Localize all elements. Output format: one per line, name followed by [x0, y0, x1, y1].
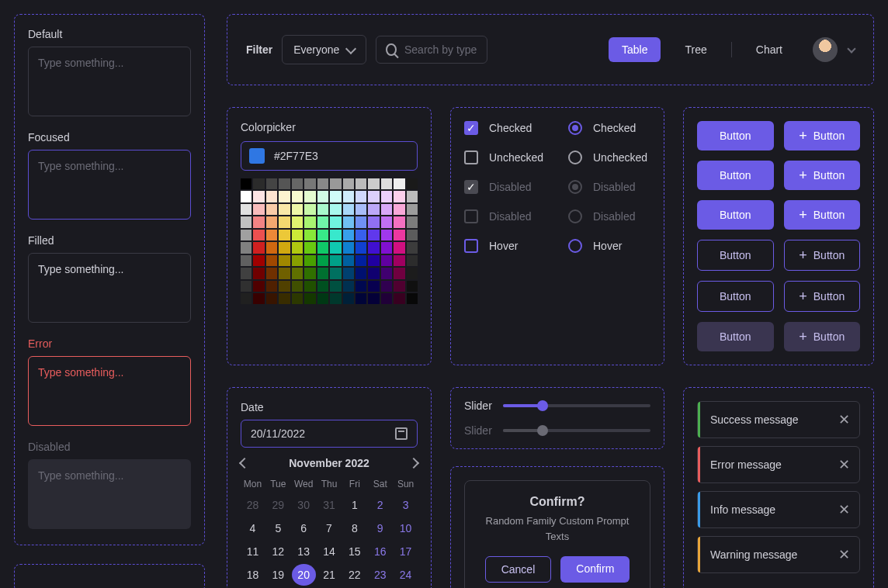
color-swatch-cell[interactable] [241, 230, 251, 240]
color-swatch-cell[interactable] [330, 293, 341, 304]
color-swatch-cell[interactable] [394, 268, 404, 278]
color-swatch-cell[interactable] [317, 178, 328, 189]
color-swatch-cell[interactable] [368, 268, 379, 278]
color-swatch-cell[interactable] [304, 216, 315, 227]
color-swatch-cell[interactable] [343, 230, 354, 240]
close-icon[interactable]: ✕ [838, 503, 850, 517]
chevron-down-icon[interactable] [847, 44, 855, 53]
color-swatch-cell[interactable] [394, 293, 404, 304]
tab-chart[interactable]: Chart [743, 37, 796, 62]
color-swatch-cell[interactable] [343, 242, 354, 253]
color-swatch-cell[interactable] [330, 216, 341, 227]
color-swatch-cell[interactable] [304, 281, 315, 292]
color-swatch-cell[interactable] [330, 281, 341, 292]
cancel-button[interactable]: Cancel [485, 556, 552, 583]
color-swatch-cell[interactable] [368, 281, 379, 292]
next-month-button[interactable] [408, 458, 419, 469]
colorpicker-input[interactable]: #2F77E3 [241, 141, 418, 171]
calendar-day[interactable]: 6 [292, 517, 316, 539]
color-swatch-cell[interactable] [292, 230, 303, 240]
color-swatch-cell[interactable] [279, 204, 290, 215]
color-swatch-cell[interactable] [279, 293, 290, 304]
calendar-day[interactable]: 19 [266, 564, 290, 586]
calendar-day[interactable]: 21 [317, 564, 342, 586]
color-swatch-cell[interactable] [292, 255, 303, 266]
color-swatch-cell[interactable] [381, 281, 392, 292]
avatar[interactable] [813, 37, 838, 62]
calendar-day[interactable]: 16 [368, 541, 392, 562]
radio-unchecked[interactable]: Unchecked [568, 150, 650, 164]
radio-checked[interactable]: Checked [568, 121, 650, 135]
color-swatch-cell[interactable] [304, 268, 315, 278]
color-swatch-cell[interactable] [356, 204, 366, 215]
calendar-day[interactable]: 10 [394, 517, 418, 539]
color-swatch-cell[interactable] [292, 293, 303, 304]
color-swatch-cell[interactable] [356, 191, 366, 202]
button-ghost[interactable]: Button [697, 322, 774, 351]
button-outline-icon[interactable]: +Button [784, 281, 861, 312]
color-swatch-cell[interactable] [317, 204, 328, 215]
color-swatch-cell[interactable] [241, 268, 251, 278]
color-swatch-cell[interactable] [394, 242, 404, 253]
calendar-day[interactable]: 23 [368, 564, 392, 586]
color-swatch-cell[interactable] [266, 255, 277, 266]
color-swatch-cell[interactable] [368, 178, 379, 189]
color-swatch-cell[interactable] [368, 242, 379, 253]
button-solid[interactable]: Button [697, 161, 774, 190]
color-swatch-cell[interactable] [381, 255, 392, 266]
color-swatch-cell[interactable] [279, 242, 290, 253]
color-swatch-cell[interactable] [381, 242, 392, 253]
color-swatch-cell[interactable] [266, 191, 277, 202]
calendar-day[interactable]: 29 [266, 494, 290, 516]
color-swatch-cell[interactable] [317, 242, 328, 253]
color-swatch-cell[interactable] [279, 216, 290, 227]
color-swatch-cell[interactable] [304, 230, 315, 240]
color-swatch-cell[interactable] [407, 281, 418, 292]
color-swatch-cell[interactable] [253, 204, 264, 215]
color-swatch-cell[interactable] [407, 255, 418, 266]
color-swatch-cell[interactable] [317, 293, 328, 304]
calendar-day[interactable]: 28 [241, 494, 265, 516]
color-swatch-cell[interactable] [292, 281, 303, 292]
filter-select[interactable]: Everyone [282, 35, 366, 64]
color-swatch-cell[interactable] [343, 191, 354, 202]
color-swatch-cell[interactable] [317, 191, 328, 202]
color-swatch-cell[interactable] [394, 281, 404, 292]
color-swatch-cell[interactable] [381, 204, 392, 215]
color-swatch-cell[interactable] [317, 230, 328, 240]
color-swatch-cell[interactable] [266, 268, 277, 278]
color-swatch-cell[interactable] [368, 204, 379, 215]
checkbox-hover[interactable]: Hover [464, 239, 546, 253]
color-swatch-cell[interactable] [279, 191, 290, 202]
color-swatch-cell[interactable] [394, 230, 404, 240]
button-solid-icon[interactable]: +Button [784, 200, 861, 230]
color-swatch-cell[interactable] [292, 178, 303, 189]
calendar-day[interactable]: 18 [241, 564, 265, 586]
color-swatch-cell[interactable] [407, 191, 418, 202]
color-swatch-cell[interactable] [317, 255, 328, 266]
calendar-day[interactable]: 9 [368, 517, 392, 539]
close-icon[interactable]: ✕ [838, 548, 850, 562]
color-swatch-cell[interactable] [381, 293, 392, 304]
color-swatch-cell[interactable] [266, 204, 277, 215]
color-swatch-cell[interactable] [356, 242, 366, 253]
color-swatch-cell[interactable] [381, 268, 392, 278]
calendar-day[interactable]: 11 [241, 541, 265, 562]
color-swatch-cell[interactable] [394, 178, 404, 189]
color-swatch-cell[interactable] [368, 191, 379, 202]
color-swatch-cell[interactable] [279, 230, 290, 240]
color-swatch-cell[interactable] [266, 230, 277, 240]
color-swatch-cell[interactable] [292, 216, 303, 227]
color-swatch-cell[interactable] [394, 255, 404, 266]
color-swatch-cell[interactable] [292, 204, 303, 215]
calendar-day[interactable]: 17 [394, 541, 418, 562]
color-swatch-cell[interactable] [266, 293, 277, 304]
textarea-default[interactable] [28, 47, 191, 116]
color-swatch-cell[interactable] [368, 216, 379, 227]
color-swatch-cell[interactable] [356, 216, 366, 227]
color-swatch-cell[interactable] [253, 216, 264, 227]
button-solid-icon[interactable]: +Button [784, 121, 861, 150]
color-swatch-cell[interactable] [394, 216, 404, 227]
color-swatch-cell[interactable] [266, 178, 277, 189]
close-icon[interactable]: ✕ [838, 458, 850, 472]
